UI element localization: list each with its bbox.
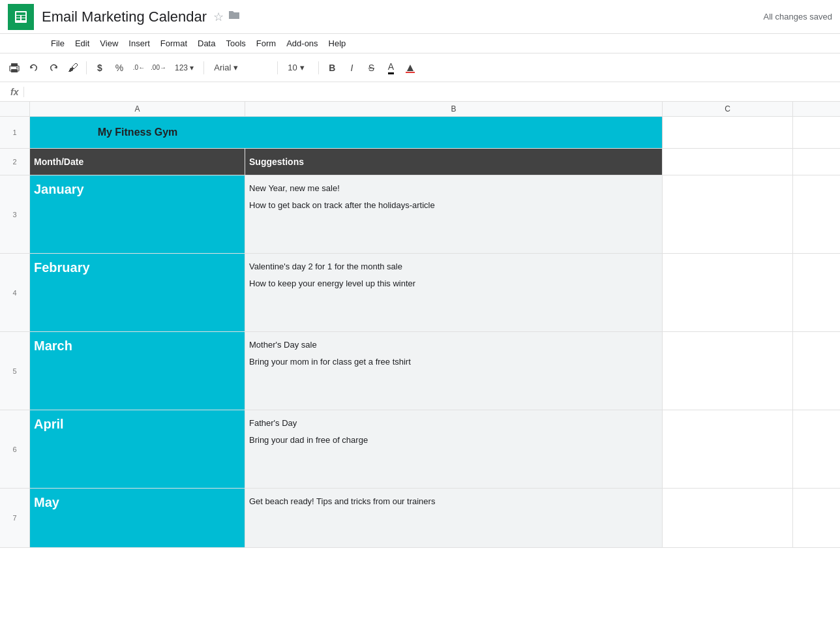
undo-button[interactable] [25, 59, 43, 77]
font-color-button[interactable]: A [382, 59, 400, 77]
formula-input[interactable] [29, 87, 835, 97]
row-number: 1 [0, 117, 30, 148]
svg-rect-9 [16, 67, 18, 68]
suggestion-text: New Year, new me sale! [249, 182, 340, 195]
table-row: 2 Month/Date Suggestions [0, 149, 840, 175]
menu-edit[interactable]: Edit [70, 37, 95, 50]
suggestion-text: Get beach ready! Tips and tricks from ou… [249, 495, 435, 508]
cell-c-may [663, 489, 793, 547]
table-row: 6 April Father's Day Bring your dad in f… [0, 410, 840, 489]
decimal-less-button[interactable]: .0← [130, 59, 148, 77]
row-number: 4 [0, 254, 30, 331]
svg-rect-4 [16, 18, 20, 20]
suggestions-cell-april[interactable]: Father's Day Bring your dad in free of c… [245, 410, 663, 488]
suggestion-text: Bring your dad in free of charge [249, 434, 368, 447]
title-cell-b [245, 117, 663, 148]
star-icon[interactable]: ☆ [213, 10, 224, 24]
menu-form[interactable]: Form [251, 37, 281, 50]
bold-button[interactable]: B [323, 59, 341, 77]
suggestion-text: Father's Day [249, 417, 297, 430]
month-cell-february[interactable]: February [30, 254, 245, 331]
row-number: 6 [0, 410, 30, 488]
menu-format[interactable]: Format [155, 37, 192, 50]
menu-bar: File Edit View Insert Format Data Tools … [0, 34, 840, 53]
menu-view[interactable]: View [95, 37, 123, 50]
header-c [663, 149, 793, 175]
suggestion-text: How to keep your energy level up this wi… [249, 277, 415, 290]
decimal-more-button[interactable]: .00→ [149, 59, 168, 77]
table-row: 7 May Get beach ready! Tips and tricks f… [0, 489, 840, 548]
redo-button[interactable] [44, 59, 63, 77]
percent-button[interactable]: % [110, 59, 128, 77]
sheets-logo [8, 4, 34, 30]
menu-help[interactable]: Help [323, 37, 352, 50]
svg-rect-2 [16, 16, 20, 18]
print-button[interactable] [5, 59, 23, 77]
toolbar-separator-2 [203, 61, 204, 74]
currency-button[interactable]: $ [91, 59, 109, 77]
svg-rect-3 [22, 16, 25, 18]
formula-bar: fx [0, 82, 840, 102]
title-cell-c [663, 117, 793, 148]
suggestion-text: Bring your mom in for class get a free t… [249, 355, 411, 369]
strikethrough-button[interactable]: S [362, 59, 380, 77]
svg-rect-8 [11, 69, 18, 72]
row-number: 7 [0, 489, 30, 547]
table-row: 4 February Valentine's day 2 for 1 for t… [0, 254, 840, 332]
row-number: 5 [0, 332, 30, 410]
toolbar-separator-1 [86, 61, 87, 74]
svg-rect-10 [406, 72, 415, 73]
menu-addons[interactable]: Add-ons [281, 37, 323, 50]
cell-c-february [663, 254, 793, 331]
suggestions-cell-february[interactable]: Valentine's day 2 for 1 for the month sa… [245, 254, 663, 331]
top-bar: Email Marketing Calendar ☆ All changes s… [0, 0, 840, 34]
menu-insert[interactable]: Insert [123, 37, 155, 50]
suggestions-cell-may[interactable]: Get beach ready! Tips and tricks from ou… [245, 489, 663, 547]
table-row: 5 March Mother's Day sale Bring your mom… [0, 332, 840, 410]
header-month-date[interactable]: Month/Date [30, 149, 245, 175]
document-title: Email Marketing Calendar [42, 8, 207, 25]
suggestions-cell-january[interactable]: New Year, new me sale! How to get back o… [245, 175, 663, 253]
menu-tools[interactable]: Tools [220, 37, 250, 50]
col-header-b[interactable]: B [245, 102, 663, 116]
month-cell-march[interactable]: March [30, 332, 245, 410]
svg-rect-1 [16, 12, 25, 15]
fill-color-button[interactable] [401, 59, 419, 77]
suggestion-text: Mother's Day sale [249, 339, 317, 352]
spreadsheet-wrapper: A B C 1 My Fitness Gym 2 Month/Date Sugg… [0, 102, 840, 548]
month-cell-january[interactable]: January [30, 175, 245, 253]
cell-c-march [663, 332, 793, 410]
italic-button[interactable]: I [342, 59, 361, 77]
menu-file[interactable]: File [46, 37, 70, 50]
suggestions-cell-march[interactable]: Mother's Day sale Bring your mom in for … [245, 332, 663, 410]
cell-c-january [663, 175, 793, 253]
suggestion-text: Valentine's day 2 for 1 for the month sa… [249, 260, 402, 273]
cell-c-april [663, 410, 793, 488]
col-header-a[interactable]: A [30, 102, 245, 116]
row-num-header [0, 102, 30, 116]
font-size-selector[interactable]: 10 ▾ [282, 59, 314, 77]
table-row: 1 My Fitness Gym [0, 117, 840, 149]
month-cell-april[interactable]: April [30, 410, 245, 488]
toolbar: 🖌 $ % .0← .00→ 123 ▾ Arial ▾ 10 ▾ B I S … [0, 53, 840, 82]
suggestion-text: How to get back on track after the holid… [249, 199, 435, 212]
row-number: 3 [0, 175, 30, 253]
svg-rect-5 [22, 18, 25, 20]
font-selector[interactable]: Arial ▾ [208, 59, 273, 77]
folder-icon[interactable] [228, 10, 241, 23]
save-status: All changes saved [763, 12, 832, 22]
toolbar-separator-4 [318, 61, 319, 74]
format-123-dropdown[interactable]: 123 ▾ [169, 59, 200, 77]
row-number: 2 [0, 149, 30, 175]
paint-format-button[interactable]: 🖌 [64, 59, 82, 77]
month-cell-may[interactable]: May [30, 489, 245, 547]
fx-label: fx [5, 87, 24, 97]
title-cell[interactable]: My Fitness Gym [30, 117, 245, 148]
table-row: 3 January New Year, new me sale! How to … [0, 175, 840, 254]
header-suggestions[interactable]: Suggestions [245, 149, 663, 175]
column-headers: A B C [0, 102, 840, 117]
menu-data[interactable]: Data [192, 37, 220, 50]
toolbar-separator-3 [277, 61, 278, 74]
col-header-c[interactable]: C [663, 102, 793, 116]
